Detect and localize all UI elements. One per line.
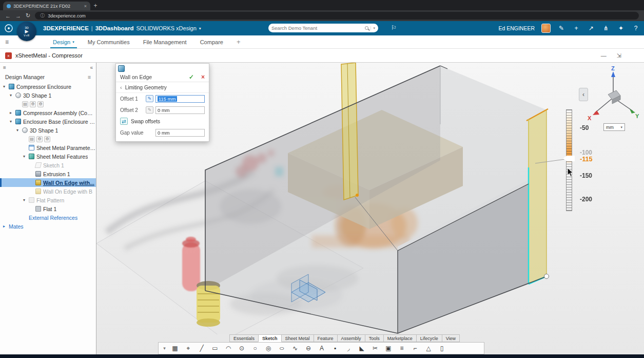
swap-offsets-button[interactable]: ⇄ Swap offsets: [116, 116, 209, 127]
limiting-geometry-section[interactable]: ‹ Limiting Geometry: [116, 82, 209, 93]
tab-close-icon[interactable]: ×: [84, 4, 87, 9]
tree-item-flat-pattern[interactable]: ▾Flat Pattern: [0, 196, 96, 204]
section-back-chevron-icon[interactable]: ‹: [120, 84, 122, 90]
toolbar-tab-sketch[interactable]: Sketch: [258, 334, 282, 342]
circle-center-icon[interactable]: ⊙: [235, 343, 248, 353]
tree-item-3d-shape-1[interactable]: ▾3D Shape 1: [0, 126, 96, 135]
expander-open-icon[interactable]: ▾: [10, 93, 15, 98]
search-box[interactable]: ▾: [268, 24, 378, 32]
chevron-down-icon[interactable]: ▾: [199, 26, 201, 31]
circle-icon[interactable]: ○: [248, 343, 262, 353]
expander-closed-icon[interactable]: ▸: [10, 110, 15, 115]
sketch-grid-icon[interactable]: ▦: [168, 343, 182, 353]
tree-item-mates[interactable]: ▸Mates: [0, 222, 96, 231]
viewport[interactable]: Wall on Edge ✓ × ‹ Limiting Geometry Off…: [96, 63, 644, 354]
expander-open-icon[interactable]: ▾: [10, 119, 15, 124]
toolbar-tab-essentials[interactable]: Essentials: [229, 334, 259, 342]
reload-icon[interactable]: ↻: [26, 12, 30, 19]
expander-open-icon[interactable]: ▾: [23, 154, 29, 159]
minimize-icon[interactable]: —: [601, 52, 607, 59]
tree-item-compressor-assembly-compre[interactable]: ▸Compressor Assembly (Compre...: [0, 108, 96, 117]
gap-input[interactable]: 0 mm: [155, 129, 205, 137]
ellipse-icon[interactable]: ○: [272, 343, 291, 353]
tree-item-sheet-metal-features[interactable]: ▾Sheet Metal Features: [0, 152, 96, 161]
toolbar-tab-marketplace[interactable]: Marketplace: [383, 334, 417, 342]
site-info-icon[interactable]: ⓘ: [40, 12, 45, 19]
tab-design[interactable]: Design▾: [46, 35, 81, 48]
ruler-handle[interactable]: [563, 156, 575, 161]
url-bar[interactable]: ⓘ 3dexperience.com: [35, 12, 639, 20]
tree-item-sheet-metal-parameters-1[interactable]: Sheet Metal Parameters 1: [0, 143, 96, 152]
menu-icon[interactable]: ≡: [5, 39, 13, 46]
tag-icon[interactable]: ⚐: [391, 24, 397, 31]
share-icon[interactable]: ↗: [587, 25, 595, 32]
pen-icon[interactable]: ✎: [557, 25, 565, 32]
feature-state-badge[interactable]: ⚙: [44, 136, 50, 142]
tree-item-wall-on-edge-with-b[interactable]: Wall On Edge with B: [0, 187, 96, 196]
play-icon[interactable]: ▶: [25, 29, 29, 34]
slot-icon[interactable]: ⊖: [302, 343, 315, 353]
tab-compare[interactable]: Compare: [193, 35, 230, 48]
tree-badges-row[interactable]: ▤⚙⚙: [0, 135, 96, 143]
feature-state-badge[interactable]: ⚙: [30, 101, 36, 107]
expander-open-icon[interactable]: ▾: [16, 128, 22, 133]
3d-compass-button[interactable]: 3D ▶ V+R: [17, 22, 36, 41]
search-input[interactable]: [271, 25, 363, 31]
chamfer-icon[interactable]: ◣: [355, 343, 368, 353]
tree-item-enclosure-base-enclosure-b[interactable]: ▾Enclosure Base (Enclosure B...: [0, 117, 96, 126]
expander-open-icon[interactable]: ▾: [3, 84, 9, 89]
offset2-direction-icon[interactable]: ✎: [146, 106, 153, 114]
tree-item-sketch-1[interactable]: Sketch 1: [0, 161, 96, 169]
user-name[interactable]: Ed ENGINEER: [498, 25, 535, 31]
panel-collapse-icon[interactable]: «: [90, 65, 93, 70]
cancel-x-icon[interactable]: ×: [201, 73, 205, 81]
line-icon[interactable]: ╱: [195, 343, 208, 353]
toolbar-tab-lifecycle[interactable]: Lifecycle: [416, 334, 442, 342]
tab-my-communities[interactable]: My Communities: [81, 35, 136, 48]
help-icon[interactable]: ?: [632, 25, 640, 32]
collaborate-icon[interactable]: ⋔: [602, 25, 610, 32]
tree-item-compressor-enclosure[interactable]: ▾Compressor Enclosure: [0, 82, 96, 91]
search-icon[interactable]: [365, 26, 368, 30]
offset1-direction-icon[interactable]: ✎: [146, 95, 153, 102]
back-icon[interactable]: ←: [5, 13, 11, 19]
panel-menu-icon[interactable]: ≡: [88, 74, 91, 80]
add-icon[interactable]: +: [572, 25, 580, 32]
tree-item-flat-1[interactable]: Flat 1: [0, 204, 96, 213]
toolbar-tab-assembly[interactable]: Assembly: [337, 334, 365, 342]
edge-endpoint[interactable]: [544, 274, 549, 279]
feature-state-badge[interactable]: ⚙: [36, 136, 43, 142]
panel-tree-icon[interactable]: ≡: [3, 65, 6, 70]
search-caret-icon[interactable]: ▾: [370, 26, 375, 30]
expander-open-icon[interactable]: ▾: [23, 198, 29, 202]
trim-icon[interactable]: ✂: [368, 343, 382, 353]
os-taskbar[interactable]: [0, 354, 644, 358]
toolbar-tab-feature[interactable]: Feature: [314, 334, 338, 342]
wall-preview-center[interactable]: [341, 63, 359, 200]
convert-icon[interactable]: ▣: [382, 343, 395, 353]
expander-closed-icon[interactable]: ▸: [3, 224, 9, 229]
toolbar-tab-view[interactable]: View: [442, 334, 460, 342]
box-icon[interactable]: ▯: [435, 343, 448, 353]
fillet-icon[interactable]: ◞: [342, 343, 355, 353]
forward-icon[interactable]: →: [15, 13, 21, 19]
wall-preview-right[interactable]: [526, 109, 548, 284]
dialog-grip[interactable]: [116, 64, 209, 72]
feature-state-badge[interactable]: ⚙: [37, 101, 44, 107]
3ds-compass-logo[interactable]: [4, 24, 13, 33]
tree-item-wall-on-edge-with[interactable]: Wall On Edge with...: [0, 178, 96, 187]
resize-icon[interactable]: ⇲: [617, 52, 621, 59]
tree-item-external-references[interactable]: External References: [0, 213, 96, 222]
ok-check-icon[interactable]: ✓: [189, 73, 194, 81]
offset2-input[interactable]: 0 mm: [155, 106, 205, 114]
brand-text[interactable]: 3DEXPERIENCE | 3DDashboard SOLIDWORKS xD…: [43, 25, 201, 31]
text-icon[interactable]: A: [315, 343, 328, 353]
avatar[interactable]: [541, 24, 551, 33]
feature-state-badge[interactable]: ▤: [22, 101, 28, 107]
toolbar-tab-tools[interactable]: Tools: [365, 334, 384, 342]
tab-file-management[interactable]: File Management: [136, 35, 193, 48]
feature-state-badge[interactable]: ▤: [29, 136, 35, 142]
tree-badges-row[interactable]: ▤⚙⚙: [0, 100, 96, 108]
draft-icon[interactable]: △: [422, 343, 435, 353]
more-tools-icon[interactable]: ▾: [161, 343, 168, 353]
